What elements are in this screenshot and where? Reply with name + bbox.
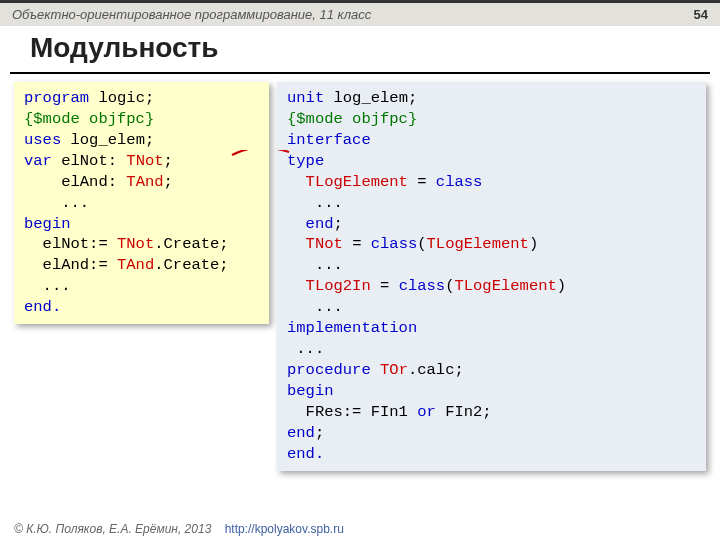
- header-bar: Объектно-ориентированное программировани…: [0, 0, 720, 26]
- txt: ): [557, 277, 566, 295]
- footer-link[interactable]: http://kpolyakov.spb.ru: [225, 522, 344, 536]
- sp: [287, 173, 306, 191]
- ellipsis: ...: [24, 277, 71, 295]
- type-tnot: TNot: [306, 235, 343, 253]
- txt: logic;: [89, 89, 154, 107]
- kw-end: end.: [24, 298, 61, 316]
- sp: [287, 277, 306, 295]
- ellipsis: ...: [287, 194, 343, 212]
- txt: ;: [164, 173, 173, 191]
- kw-uses: uses: [24, 131, 61, 149]
- kw-program: program: [24, 89, 89, 107]
- kw-class: class: [399, 277, 446, 295]
- type-tand: TAnd: [117, 256, 154, 274]
- txt: ;: [334, 215, 343, 233]
- copyright-text: © К.Ю. Поляков, Е.А. Ерёмин, 2013: [14, 522, 211, 536]
- kw-var: var: [24, 152, 52, 170]
- kw-procedure: procedure: [287, 361, 371, 379]
- kw-class: class: [371, 235, 418, 253]
- kw-unit: unit: [287, 89, 324, 107]
- kw-end: end.: [287, 445, 324, 463]
- program-code-box: program logic; {$mode objfpc} uses log_e…: [14, 82, 269, 324]
- type-tlogelement: TLogElement: [454, 277, 556, 295]
- ellipsis: ...: [287, 256, 343, 274]
- kw-end: end: [287, 424, 315, 442]
- sp: [287, 215, 306, 233]
- kw-or: or: [417, 403, 436, 421]
- txt: FRes:= FIn1: [287, 403, 417, 421]
- type-tnot: TNot: [117, 235, 154, 253]
- type-tlogelement: TLogElement: [306, 173, 408, 191]
- txt: =: [371, 277, 399, 295]
- txt: .Create;: [154, 256, 228, 274]
- txt: .calc;: [408, 361, 464, 379]
- txt: ;: [164, 152, 173, 170]
- txt: FIn2;: [436, 403, 492, 421]
- ellipsis: ...: [24, 194, 89, 212]
- sp: [371, 361, 380, 379]
- type-tand: TAnd: [126, 173, 163, 191]
- directive: {$mode objfpc}: [24, 110, 154, 128]
- kw-type: type: [287, 152, 324, 170]
- type-tor: TOr: [380, 361, 408, 379]
- type-tlogelement: TLogElement: [427, 235, 529, 253]
- txt: elAnd:=: [24, 256, 117, 274]
- txt: log_elem;: [324, 89, 417, 107]
- txt: elAnd:: [24, 173, 126, 191]
- footer: © К.Ю. Поляков, Е.А. Ерёмин, 2013 http:/…: [14, 522, 344, 536]
- ellipsis: ...: [287, 298, 343, 316]
- txt: elNot:=: [24, 235, 117, 253]
- txt: .Create;: [154, 235, 228, 253]
- kw-interface: interface: [287, 131, 371, 149]
- content-area: program logic; {$mode objfpc} uses log_e…: [0, 74, 720, 479]
- kw-implementation: implementation: [287, 319, 417, 337]
- unit-code-box: unit log_elem; {$mode objfpc} interface …: [277, 82, 706, 471]
- type-tlog2in: TLog2In: [306, 277, 371, 295]
- kw-end: end: [306, 215, 334, 233]
- txt: elNot:: [52, 152, 126, 170]
- page-number: 54: [694, 7, 708, 22]
- kw-class: class: [436, 173, 483, 191]
- txt: ;: [315, 424, 324, 442]
- kw-begin: begin: [24, 215, 71, 233]
- txt: =: [343, 235, 371, 253]
- txt: ): [529, 235, 538, 253]
- ellipsis: ...: [287, 340, 324, 358]
- txt: =: [408, 173, 436, 191]
- type-tnot: TNot: [126, 152, 163, 170]
- directive: {$mode objfpc}: [287, 110, 417, 128]
- course-label: Объектно-ориентированное программировани…: [12, 7, 371, 22]
- sp: [287, 235, 306, 253]
- kw-begin: begin: [287, 382, 334, 400]
- txt: (: [417, 235, 426, 253]
- page-title: Модульность: [10, 26, 710, 74]
- txt: log_elem;: [61, 131, 154, 149]
